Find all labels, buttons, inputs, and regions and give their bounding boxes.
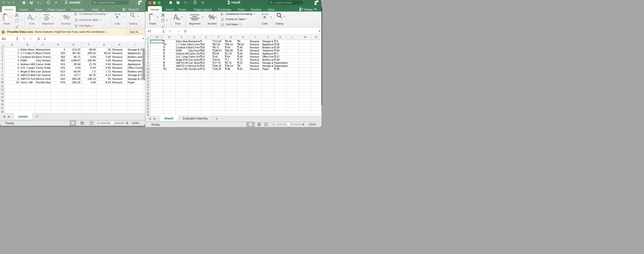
svg-text:a: a <box>229 2 230 3</box>
svg-text:a: a <box>66 2 67 3</box>
